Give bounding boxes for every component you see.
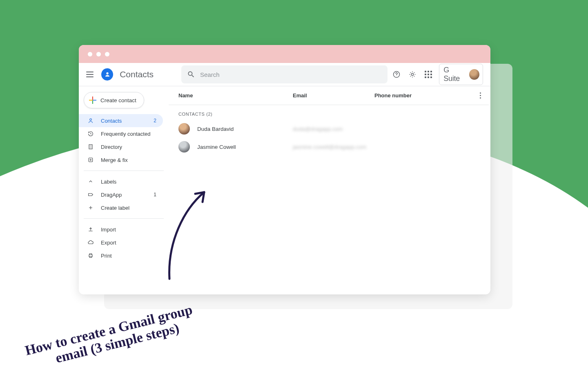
app-body: Create contact Contacts 2 Frequently con…: [79, 86, 490, 294]
sidebar: Create contact Contacts 2 Frequently con…: [79, 86, 169, 294]
contact-name: Duda Bardavid: [197, 126, 293, 132]
col-name: Name: [178, 92, 293, 99]
svg-point-0: [106, 72, 108, 74]
plus-small-icon: [87, 204, 94, 211]
sidebar-io-section: Import Export Print: [79, 221, 169, 264]
sidebar-item-print[interactable]: Print: [79, 249, 163, 262]
sidebar-item-label: Import: [101, 227, 116, 233]
sidebar-label-dragapp[interactable]: DragApp 1: [79, 188, 163, 201]
group-label: CONTACTS (2): [169, 105, 489, 120]
sidebar-divider: [84, 171, 164, 171]
window-dot-close[interactable]: [88, 52, 92, 56]
sidebar-item-export[interactable]: Export: [79, 236, 163, 249]
create-contact-button[interactable]: Create contact: [84, 92, 144, 108]
app-title: Contacts: [120, 70, 154, 79]
svg-rect-5: [89, 145, 92, 149]
contact-email-blurred: jasmine.cowell@dragapp.com: [293, 144, 374, 150]
menu-icon[interactable]: [86, 70, 96, 79]
sidebar-labels-section: Labels DragApp 1 Create label: [79, 173, 169, 216]
sidebar-item-label: Frequently contacted: [101, 131, 150, 137]
person-icon: [87, 117, 94, 124]
plus-icon: [89, 96, 96, 104]
window-dot-min[interactable]: [96, 52, 101, 56]
building-icon: [87, 143, 94, 150]
svg-point-3: [412, 73, 414, 75]
col-phone: Phone number: [374, 92, 477, 99]
contact-avatar-icon: [178, 123, 190, 135]
sidebar-item-frequent[interactable]: Frequently contacted: [79, 127, 163, 140]
table-row[interactable]: Duda Bardavid duda@dragapp.com: [169, 120, 489, 138]
sidebar-create-label[interactable]: Create label: [79, 201, 163, 214]
sidebar-item-label: Contacts: [101, 118, 122, 124]
sidebar-item-label: Print: [101, 253, 112, 259]
search-box[interactable]: [181, 65, 388, 83]
svg-rect-7: [89, 255, 92, 257]
chevron-up-icon: [87, 178, 94, 185]
contact-name: Jasmine Cowell: [197, 144, 293, 150]
table-row[interactable]: Jasmine Cowell jasmine.cowell@dragapp.co…: [169, 138, 489, 156]
browser-window: Contacts G Suite C: [79, 45, 490, 294]
gsuite-label: G Suite: [443, 66, 466, 83]
sidebar-item-label: Merge & fix: [101, 157, 128, 163]
sidebar-item-directory[interactable]: Directory: [79, 140, 163, 153]
sidebar-divider: [84, 218, 164, 219]
account-chip[interactable]: G Suite: [439, 64, 483, 85]
search-input[interactable]: [200, 71, 382, 78]
columns-menu-icon[interactable]: [477, 92, 484, 99]
apps-icon[interactable]: [423, 69, 434, 80]
gear-icon[interactable]: [408, 69, 418, 80]
sidebar-item-import[interactable]: Import: [79, 223, 163, 236]
sidebar-labels-header[interactable]: Labels: [79, 175, 163, 188]
svg-point-2: [396, 76, 397, 76]
sidebar-item-merge-fix[interactable]: Merge & fix: [79, 153, 163, 166]
sidebar-item-label: Create label: [101, 205, 129, 211]
app-header: Contacts G Suite: [79, 63, 490, 86]
tag-icon: [87, 191, 94, 198]
sidebar-item-label: Directory: [101, 144, 122, 150]
col-email: Email: [293, 92, 374, 99]
header-right: G Suite: [392, 64, 483, 85]
sidebar-item-count: 2: [154, 118, 156, 123]
contact-avatar-icon: [178, 141, 190, 153]
print-icon: [87, 252, 94, 259]
sidebar-item-count: 1: [154, 192, 156, 197]
window-dot-max[interactable]: [105, 52, 109, 56]
upload-icon: [87, 226, 94, 233]
table-header: Name Email Phone number: [169, 86, 489, 105]
create-contact-label: Create contact: [100, 97, 136, 103]
merge-icon: [87, 156, 94, 164]
contacts-logo-icon: [101, 68, 113, 81]
titlebar: [79, 45, 490, 63]
svg-point-4: [90, 119, 92, 121]
sidebar-main-section: Contacts 2 Frequently contacted Director…: [79, 112, 169, 168]
cloud-icon: [87, 239, 94, 246]
help-icon[interactable]: [392, 69, 402, 80]
main-content: Name Email Phone number CONTACTS (2) Dud…: [169, 86, 490, 294]
search-icon: [187, 70, 195, 79]
user-avatar-icon: [469, 69, 479, 80]
sidebar-item-contacts[interactable]: Contacts 2: [79, 114, 163, 127]
history-icon: [87, 130, 94, 137]
contact-email-blurred: duda@dragapp.com: [293, 126, 374, 132]
sidebar-item-label: Export: [101, 240, 116, 246]
sidebar-item-label: DragApp: [101, 192, 122, 198]
sidebar-labels-header-label: Labels: [101, 179, 116, 185]
